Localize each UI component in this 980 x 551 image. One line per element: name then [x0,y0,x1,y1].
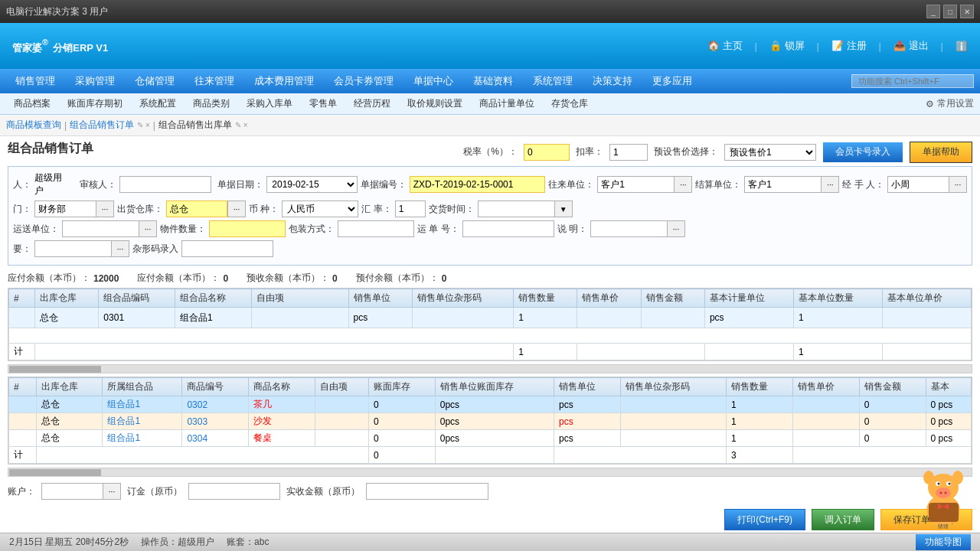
menu-search-input[interactable] [851,74,974,88]
auditor-label: 审核人： [80,178,116,191]
settlement-input[interactable] [744,176,821,193]
tb-price-rules[interactable]: 取价规则设置 [400,96,470,112]
menu-cost[interactable]: 成本费用管理 [245,71,323,91]
info-link[interactable]: ℹ️ [956,41,968,52]
dept-btn[interactable]: ··· [96,201,114,217]
lock-link[interactable]: 🔒 锁屏 [769,39,805,53]
menu-bar: 销售管理 采购管理 仓储管理 往来管理 成本费用管理 会员卡券管理 单据中心 基… [0,69,980,93]
help-map-btn[interactable]: 功能导图 [916,534,971,550]
currency-select[interactable]: 人民币 [282,201,358,217]
shipping-input[interactable] [62,220,139,237]
required-btn[interactable]: ··· [111,240,129,257]
order-amount-input[interactable] [188,483,280,500]
maximize-btn[interactable]: □ [943,5,957,18]
close-btn[interactable]: ✕ [960,5,974,18]
tb-purchase-in[interactable]: 采购入库单 [239,96,300,112]
status-date: 2月15日 星期五 20时45分2秒 [9,536,129,549]
receivable-value: 0 [223,273,228,284]
item-count-input[interactable] [209,220,286,237]
transaction-time-btn[interactable]: ▼ [554,201,573,217]
warehouse-input[interactable] [166,201,227,217]
menu-purchase[interactable]: 采购管理 [66,71,124,91]
handler-btn[interactable]: ··· [949,176,967,193]
table-row[interactable]: 总仓 组合品1 0302 茶几 0 0pcs pcs 1 0 0 pcs [9,396,972,413]
remarks-label: 说 明： [557,223,587,236]
target-unit-combo: ··· [597,176,692,193]
tb-goods-file[interactable]: 商品档案 [6,96,58,112]
order-date-select[interactable]: 2019-02-15 [266,176,357,193]
remarks-input[interactable] [590,220,667,237]
item-count-label: 物件数量： [160,223,206,236]
cell-unit: pcs [348,308,412,328]
account-combo: ··· [41,483,121,500]
table-row[interactable]: 总仓 组合品1 0304 餐桌 0 0pcs pcs 1 0 0 pcs [9,430,972,447]
menu-warehouse[interactable]: 仓储管理 [126,71,184,91]
menu-basic[interactable]: 基础资料 [464,71,522,91]
target-unit-input[interactable] [597,176,674,193]
col-free: 自由项 [251,289,348,308]
menu-member[interactable]: 会员卡券管理 [325,71,403,91]
account-input[interactable] [41,483,103,500]
currency-label: 币 种： [249,203,279,216]
print-btn[interactable]: 打印(Ctrl+F9) [724,509,805,530]
menu-more[interactable]: 更多应用 [643,71,701,91]
tb-stock-wh[interactable]: 存货仓库 [544,96,596,112]
l-col-qty: 销售数量 [726,378,792,396]
transaction-time-input[interactable] [478,201,554,217]
minimize-btn[interactable]: _ [926,5,940,18]
order-no-input[interactable] [410,176,546,193]
tb-uom[interactable]: 商品计量单位 [472,96,542,112]
import-btn[interactable]: 调入订单 [812,509,874,530]
table-row[interactable]: 总仓 组合品1 0303 沙发 0 0pcs pcs 1 0 0 pcs [9,413,972,430]
settlement-btn[interactable]: ··· [821,176,839,193]
action-buttons: 打印(Ctrl+F9) 调入订单 保存订单（F8） [8,503,972,533]
account-btn[interactable]: ··· [103,483,121,500]
target-unit-btn[interactable]: ··· [674,176,692,193]
free-input[interactable] [256,309,318,326]
tax-rate-label: 税率（%）： [463,145,518,158]
auditor-input[interactable] [119,176,211,193]
home-link[interactable]: 🏠 主页 [707,39,743,53]
upper-scrollbar[interactable] [8,364,972,373]
price-select[interactable]: 预设售价1 [724,144,816,161]
packaging-input[interactable] [338,220,414,237]
tb-goods-cat[interactable]: 商品类别 [185,96,237,112]
tax-rate-input[interactable] [524,144,570,161]
lower-scrollbar[interactable] [8,468,972,477]
breadcrumb-combo-sales[interactable]: 组合品销售订单 [70,119,134,132]
barcode-input[interactable] [181,240,273,257]
tracking-input[interactable] [462,220,554,237]
cell-amount [641,308,704,328]
tab-close-1[interactable]: ✎ × [137,121,150,129]
menu-decision[interactable]: 决策支持 [583,71,642,91]
exchange-input[interactable] [395,201,426,217]
received-input[interactable] [366,483,488,500]
tb-retail[interactable]: 零售单 [302,96,345,112]
total-label: 计 [9,344,35,360]
col-unit: 销售单位 [348,289,412,308]
member-card-btn[interactable]: 会员卡号录入 [822,142,903,163]
order-date-label: 单据日期： [217,178,263,191]
warehouse-btn[interactable]: ··· [227,201,246,217]
help-btn[interactable]: 单据帮助 [910,142,972,163]
required-input[interactable] [34,240,111,257]
table-row[interactable]: 总仓 0301 组合品1 pcs 1 pcs 1 [9,308,972,328]
title-bar-left: 电脑行业解决方案 3 用户 [6,5,108,18]
breadcrumb-template[interactable]: 商品模板查询 [6,119,61,132]
register-link[interactable]: 📝 注册 [831,39,867,53]
remarks-btn[interactable]: ··· [667,220,685,237]
dept-input[interactable] [34,201,96,217]
tb-history[interactable]: 经营历程 [346,96,398,112]
settings-btn[interactable]: ⚙ 常用设置 [926,97,974,110]
logout-link[interactable]: 📤 退出 [893,39,929,53]
tb-stock-init[interactable]: 账面库存期初 [60,96,130,112]
shipping-btn[interactable]: ··· [139,220,157,237]
tab-close-2[interactable]: ✎ × [235,121,248,129]
menu-docs[interactable]: 单据中心 [404,71,462,91]
discount-input[interactable] [609,144,648,161]
tb-sysconfig[interactable]: 系统配置 [132,96,184,112]
menu-sales[interactable]: 销售管理 [6,71,64,91]
menu-system[interactable]: 系统管理 [524,71,582,91]
menu-accounts[interactable]: 往来管理 [185,71,243,91]
handler-input[interactable] [887,176,949,193]
